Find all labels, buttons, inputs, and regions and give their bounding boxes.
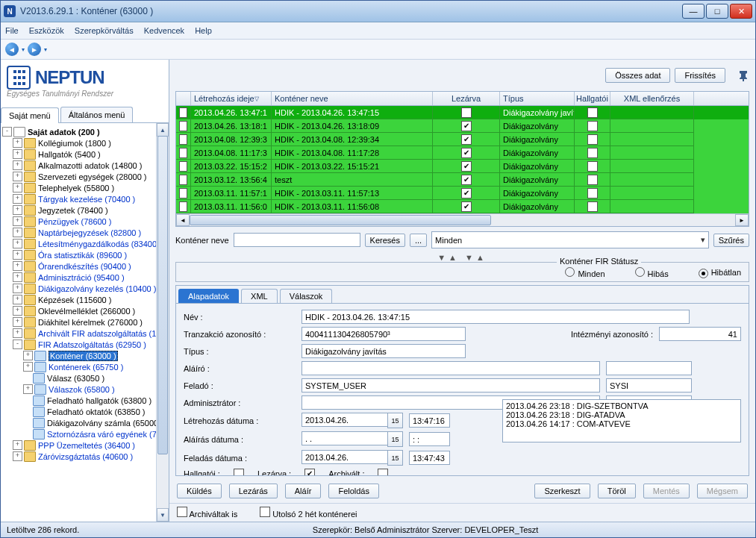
row-checkbox[interactable] [179,161,187,172]
nav-forward-dropdown[interactable]: ▾ [44,46,47,53]
search-button[interactable]: Keresés [365,234,405,247]
sign-button[interactable]: Aláír [285,484,322,498]
scroll-up-icon[interactable]: ▲ [157,123,169,137]
scroll-left-icon[interactable]: ◄ [176,214,190,226]
tree-item[interactable]: +Létesítménygazdálkodás (83400 ) [2,238,167,249]
tree-item[interactable]: +Záróvizsgáztatás (40600 ) [2,451,167,462]
grid-header-name[interactable]: Konténer neve [272,92,433,105]
fir-radio-good[interactable]: Hibátlan [699,268,741,278]
tree-item[interactable]: +Pénzügyek (78600 ) [2,216,167,227]
tree-item[interactable]: +Archivált FIR adatszolgáltatás (14...) [2,328,167,339]
grid-header-checkbox[interactable] [176,92,191,105]
pin-icon[interactable] [737,69,749,81]
tree-expander[interactable]: + [13,440,22,450]
side-tab-general[interactable]: Általános menü [60,107,134,122]
tree-item[interactable]: Feladható hallgatók (63800 ) [2,395,167,406]
minimize-button[interactable]: — [682,4,705,19]
row-checkbox[interactable] [179,175,187,185]
tree-item[interactable]: +Válaszok (65800 ) [2,384,167,395]
archived-too-checkbox[interactable]: Archiváltak is [177,507,237,519]
search-input[interactable] [234,233,360,247]
search-more-button[interactable]: ... [410,234,427,247]
close-button[interactable]: ✕ [730,4,752,19]
tree-expander[interactable]: - [2,127,12,137]
tree-item[interactable]: +Képzések (115600 ) [2,294,167,305]
tab-base[interactable]: Alapadatok [178,289,239,303]
all-data-button[interactable]: Összes adat [605,68,670,83]
nav-back-button[interactable]: ◄ [5,43,19,56]
edit-button[interactable]: Szerkeszt [534,484,590,498]
posted-time-field[interactable]: 13:47:43 [409,451,450,465]
name-field[interactable]: HDIK - 2013.04.26. 13:47:15 [302,310,690,324]
filter-button[interactable]: Szűrés [713,234,749,247]
row-checkbox[interactable] [179,134,187,145]
tree-expander[interactable]: + [13,284,22,293]
tree-expander[interactable]: - [13,340,22,349]
tree-expander[interactable]: + [13,328,22,338]
tree-expander[interactable]: + [13,205,22,215]
save-button[interactable]: Mentés [643,484,690,498]
row-checkbox[interactable] [179,121,187,131]
log-field[interactable]: 2013.04.26 23:18 : DIG-SZETBONTVA 2013.0… [502,399,741,442]
tree-item[interactable]: +Kollégiumok (1800 ) [2,137,167,148]
tree-item[interactable]: +Szervezeti egységek (28000 ) [2,171,167,182]
close-container-button[interactable]: Lezárás [229,484,278,498]
table-row[interactable]: 2013.03.11. 11:57:1HDIK - 2013.03.11. 11… [176,187,749,200]
signer-field[interactable] [302,361,600,375]
table-row[interactable]: 2013.03.22. 15:15:2HDIK - 2013.03.22. 15… [176,160,749,173]
calendar-icon[interactable]: 15 [387,450,403,466]
fir-radio-all[interactable]: Minden [565,267,605,278]
row-checkbox[interactable] [179,201,187,212]
tree-expander[interactable]: + [13,172,22,181]
menu-favorites[interactable]: Kedvencek [144,26,184,35]
table-row[interactable]: 2013.04.08. 11:17:3HDIK - 2013.04.08. 11… [176,146,749,160]
tree-item[interactable]: Válasz (63050 ) [2,372,167,384]
closed-checkbox[interactable]: ✔ [304,469,315,475]
tree-item[interactable]: Diákigazolvány számla (65000 ) [2,417,167,428]
tree-expander[interactable]: + [23,351,33,360]
row-checkbox[interactable] [179,148,187,158]
institution-field[interactable]: 41 [659,327,741,341]
tree-item[interactable]: +Órarendkészítés (90400 ) [2,260,167,272]
menu-tools[interactable]: Eszközök [29,26,64,35]
grid-header-type[interactable]: Típus [500,92,575,105]
table-row[interactable]: 2013.04.26. 13:18:1HDIK - 2013.04.26. 13… [176,119,749,133]
tree-item[interactable]: +Telephelyek (55800 ) [2,182,167,193]
scroll-right-icon[interactable]: ► [735,214,749,226]
filter-select[interactable]: Minden [431,231,709,248]
cancel-button[interactable]: Mégsem [697,484,748,498]
tree-item[interactable]: +Diákigazolvány kezelés (10400 ) [2,283,167,294]
tab-xml[interactable]: XML [241,289,278,303]
tree-expander[interactable]: + [13,160,22,170]
table-row[interactable]: 2013.04.26. 13:47:1HDIK - 2013.04.26. 13… [176,106,749,119]
tree-item[interactable]: +Naptárbejegyzések (82800 ) [2,227,167,238]
sender-code-field[interactable]: SYSI [606,378,692,392]
created-time-field[interactable]: 13:47:16 [409,413,450,428]
refresh-button[interactable]: Frissítés [675,68,725,83]
tree-expander[interactable]: + [13,183,22,193]
menu-help[interactable]: Help [195,26,212,35]
tree-item[interactable]: +Diákhitel kérelmek (276000 ) [2,316,167,328]
tree-expander[interactable]: + [13,194,22,204]
tree-item[interactable]: -FIR Adatszolgáltatás (62950 ) [2,339,167,350]
tree-item[interactable]: +Óra statisztikák (89600 ) [2,249,167,260]
tree-expander[interactable]: + [13,228,22,237]
calendar-icon[interactable]: 15 [387,413,403,428]
nav-forward-button[interactable]: ► [28,43,41,56]
tree-item[interactable]: +Konténer (63000 ) [2,350,167,361]
tree-item[interactable]: +Alkalmazotti adatok (14800 ) [2,160,167,171]
tab-responses[interactable]: Válaszok [280,289,333,303]
tree-item[interactable]: +Hallgatók (5400 ) [2,148,167,160]
tree-expander[interactable]: + [13,317,22,327]
tree-expander[interactable]: + [13,250,22,260]
tree-expander[interactable]: + [13,261,22,271]
tree-item[interactable]: +Konténerek (65750 ) [2,361,167,372]
signed-date-field[interactable]: . . [302,431,387,445]
grid-header-xml[interactable]: XML ellenőrzés [610,92,694,105]
tree-expander[interactable]: + [13,149,22,159]
row-checkbox[interactable] [179,107,187,118]
tree-expander[interactable]: + [13,295,22,304]
transaction-field[interactable]: 400411130426805790³ [302,327,466,341]
table-row[interactable]: 2013.03.11. 11:56:0HDIK - 2013.03.11. 11… [176,200,749,213]
tree-item[interactable]: -Saját adatok (200 ) [2,126,167,137]
